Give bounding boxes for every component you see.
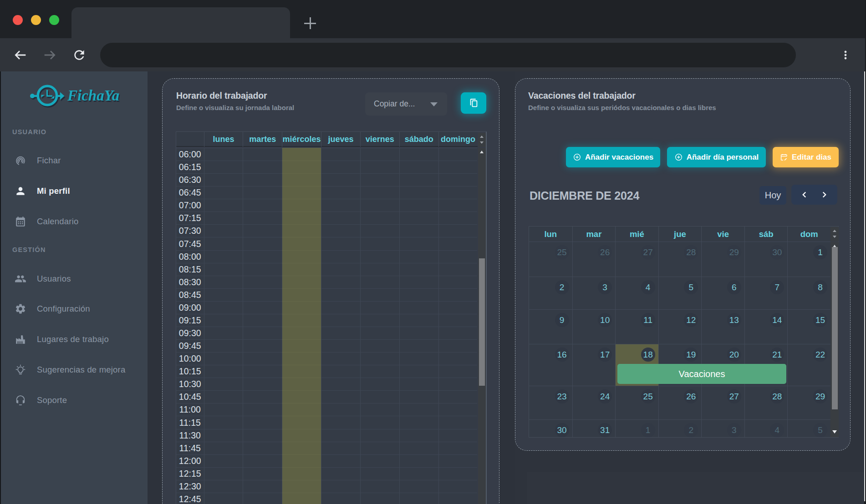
svg-text:FichaYa: FichaYa [67, 87, 119, 104]
